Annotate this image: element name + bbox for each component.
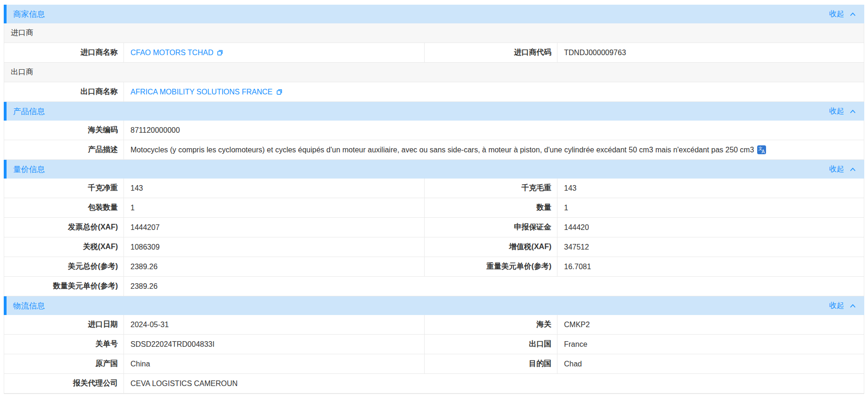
field-label-quantity-price-0-right: 千克毛重: [425, 179, 557, 198]
field-label-quantity-price-3-right: 增值税(XAF): [425, 237, 557, 257]
copy-icon[interactable]: [276, 88, 283, 95]
collapse-button[interactable]: 收起: [829, 9, 856, 19]
field-label-text: 出口商名称: [80, 87, 118, 97]
field-value-logistics-0-left: 2024-05-31: [124, 315, 425, 334]
chevron-up-icon: [850, 167, 856, 172]
field-label-quantity-price-2-left: 发票总价(XAF): [4, 218, 124, 237]
section-header-quantity-price: 量价信息收起: [4, 160, 864, 179]
section-header-product: 产品信息收起: [4, 102, 864, 121]
field-label-text: 包装数量: [88, 203, 118, 213]
collapse-button[interactable]: 收起: [829, 301, 856, 311]
field-value-quantity-price-0-right: 143: [557, 179, 864, 198]
field-value-text: 2389.26: [130, 282, 158, 291]
field-label-text: 出口国: [529, 339, 551, 349]
section-title: 商家信息: [13, 9, 45, 20]
collapse-button[interactable]: 收起: [829, 107, 856, 116]
field-row: 关税(XAF)1086309增值税(XAF)347512: [4, 237, 864, 257]
field-value-text: 144420: [564, 223, 589, 232]
field-label-logistics-0-right: 海关: [425, 315, 557, 334]
collapse-label: 收起: [829, 107, 844, 116]
field-label-logistics-2-left: 原产国: [4, 354, 124, 373]
field-label-text: 进口商代码: [514, 48, 551, 57]
field-value-logistics-3-left: CEVA LOGISTICS CAMEROUN: [124, 374, 864, 393]
group-subtitle-text: 出口商: [11, 67, 33, 77]
chevron-up-icon: [850, 12, 856, 16]
section-header-merchant: 商家信息收起: [4, 5, 864, 23]
field-row: 进口商名称CFAO MOTORS TCHAD进口商代码TDNDJ00000976…: [4, 43, 864, 63]
field-label-merchant-1-right: 进口商代码: [425, 43, 557, 62]
section-title: 物流信息: [13, 301, 45, 311]
chevron-up-icon: [850, 109, 856, 114]
field-value-logistics-2-right: Chad: [557, 354, 864, 373]
field-label-text: 美元总价(参考): [68, 262, 118, 272]
field-label-text: 海关编码: [88, 125, 118, 135]
field-value-quantity-price-5-left: 2389.26: [124, 277, 864, 296]
section-title: 量价信息: [13, 164, 45, 175]
field-value-quantity-price-1-right: 1: [557, 198, 864, 217]
field-row: 关单号SDSD22024TRD004833I出口国France: [4, 335, 864, 354]
field-value-text: 2024-05-31: [130, 321, 169, 329]
field-value-text: 1: [130, 204, 135, 212]
field-value-quantity-price-1-left: 1: [124, 198, 425, 217]
field-value-logistics-1-right: France: [557, 335, 864, 354]
field-row: 海关编码871120000000: [4, 121, 864, 140]
field-label-text: 产品描述: [88, 145, 118, 155]
field-value-text: 1086309: [130, 243, 159, 251]
field-value-text: Chad: [564, 360, 582, 368]
field-value-logistics-1-left: SDSD22024TRD004833I: [124, 335, 425, 354]
field-label-text: 关单号: [95, 339, 118, 349]
field-label-text: 数量: [536, 203, 551, 213]
field-value-text: France: [564, 340, 587, 349]
field-label-quantity-price-2-right: 申报保证金: [425, 218, 557, 237]
field-value-text: 143: [564, 184, 577, 193]
field-value-quantity-price-3-left: 1086309: [124, 237, 425, 257]
field-label-logistics-2-right: 目的国: [425, 354, 557, 373]
field-row: 美元总价(参考)2389.26重量美元单价(参考)16.7081: [4, 257, 864, 277]
field-value-merchant-3-left: AFRICA MOBILITY SOLUTIONS FRANCE: [124, 82, 864, 101]
field-label-merchant-1-left: 进口商名称: [4, 43, 124, 62]
group-subtitle: 进口商: [4, 23, 864, 43]
field-value-quantity-price-0-left: 143: [124, 179, 425, 198]
field-label-product-1-left: 产品描述: [4, 140, 124, 159]
field-row: 进口日期2024-05-31海关CMKP2: [4, 315, 864, 335]
field-label-text: 重量美元单价(参考): [486, 262, 551, 272]
field-value-product-0-left: 871120000000: [124, 121, 864, 140]
field-label-logistics-0-left: 进口日期: [4, 315, 124, 334]
field-label-text: 千克净重: [88, 183, 118, 193]
field-value-text: SDSD22024TRD004833I: [130, 340, 215, 349]
field-value-text: China: [130, 360, 150, 368]
field-label-quantity-price-5-left: 数量美元单价(参考): [4, 277, 124, 296]
copy-icon[interactable]: [217, 49, 224, 56]
field-label-text: 进口日期: [88, 320, 118, 329]
field-value-logistics-2-left: China: [124, 354, 425, 373]
field-label-text: 海关: [536, 320, 551, 329]
collapse-label: 收起: [829, 165, 844, 174]
field-row: 报关代理公司CEVA LOGISTICS CAMEROUN: [4, 374, 864, 394]
field-label-logistics-3-left: 报关代理公司: [4, 374, 124, 393]
field-value-quantity-price-4-right: 16.7081: [557, 257, 864, 276]
field-label-text: 关税(XAF): [83, 242, 118, 252]
group-subtitle-text: 进口商: [11, 28, 33, 38]
section-title: 产品信息: [13, 106, 45, 117]
field-label-text: 报关代理公司: [73, 379, 118, 388]
field-label-quantity-price-1-left: 包装数量: [4, 198, 124, 217]
field-value-text: 1444207: [130, 223, 159, 232]
section-header-logistics: 物流信息收起: [4, 296, 864, 315]
field-label-quantity-price-4-right: 重量美元单价(参考): [425, 257, 557, 276]
field-label-text: 进口商名称: [80, 48, 118, 57]
company-link[interactable]: AFRICA MOBILITY SOLUTIONS FRANCE: [130, 88, 273, 96]
field-value-text: 347512: [564, 243, 589, 251]
collapse-button[interactable]: 收起: [829, 165, 856, 174]
field-row: 千克净重143千克毛重143: [4, 179, 864, 198]
field-value-text: 143: [130, 184, 143, 193]
field-value-merchant-1-left: CFAO MOTORS TCHAD: [124, 43, 425, 62]
field-row: 原产国China目的国Chad: [4, 354, 864, 374]
field-row: 数量美元单价(参考)2389.26: [4, 277, 864, 296]
field-label-text: 目的国: [529, 359, 551, 369]
field-value-logistics-0-right: CMKP2: [557, 315, 864, 334]
field-label-text: 增值税(XAF): [509, 242, 551, 252]
field-label-quantity-price-1-right: 数量: [425, 198, 557, 217]
field-row: 包装数量1数量1: [4, 198, 864, 218]
company-link[interactable]: CFAO MOTORS TCHAD: [130, 49, 213, 57]
translate-icon[interactable]: 文A: [757, 145, 766, 154]
